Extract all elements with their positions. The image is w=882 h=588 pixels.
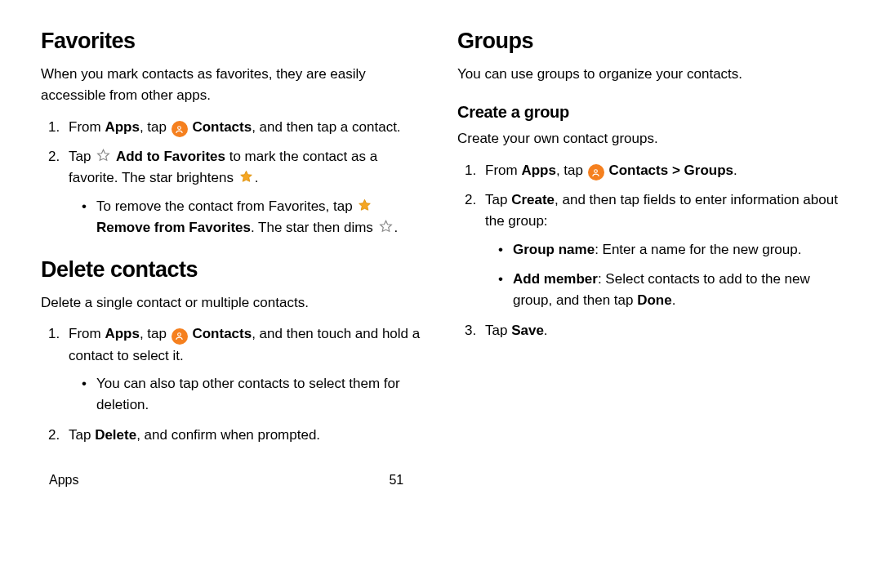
create-group-steps: From Apps, tap Contacts > Groups. Tap Cr… [457,160,841,341]
favorites-intro: When you mark contacts as favorites, the… [41,64,425,107]
favorites-substep: To remove the contact from Favorites, ta… [87,196,425,239]
left-column: Favorites When you mark contacts as favo… [41,24,425,454]
star-outline-icon [378,219,394,234]
star-filled-icon [238,169,254,185]
heading-favorites: Favorites [41,24,425,59]
favorites-steps: From Apps, tap Contacts, and then tap a … [41,117,425,239]
favorites-step-2: Tap Add to Favorites to mark the contact… [64,146,425,238]
svg-point-2 [595,169,598,172]
create-step-1: From Apps, tap Contacts > Groups. [480,160,841,181]
svg-point-0 [178,126,181,129]
contacts-icon [172,328,188,345]
delete-step-2: Tap Delete, and confirm when prompted. [64,425,425,446]
create-group-intro: Create your own contact groups. [457,128,841,149]
right-column: Groups You can use groups to organize yo… [457,24,841,454]
heading-delete: Delete contacts [41,253,425,287]
delete-substep: You can also tap other contacts to selec… [87,373,425,416]
svg-point-1 [178,333,181,336]
delete-steps: From Apps, tap Contacts, and then touch … [41,323,425,446]
heading-groups: Groups [457,24,841,59]
create-sub-groupname: Group name: Enter a name for the new gro… [503,239,841,261]
star-outline-icon [96,148,111,163]
favorites-step-1: From Apps, tap Contacts, and then tap a … [64,117,425,138]
subheading-create-group: Create a group [457,100,841,125]
star-filled-icon [357,198,372,213]
create-step-2: Tap Create, and then tap fields to enter… [480,189,841,312]
contacts-icon [588,164,604,180]
delete-step-1: From Apps, tap Contacts, and then touch … [64,323,425,416]
footer-page-number: 51 [389,470,403,491]
create-step-3: Tap Save. [480,320,841,341]
page-footer: Apps 51 [41,470,841,491]
delete-intro: Delete a single contact or multiple cont… [41,292,425,314]
footer-section: Apps [49,470,78,491]
contacts-icon [172,121,188,137]
groups-intro: You can use groups to organize your cont… [457,64,841,85]
create-sub-addmember: Add member: Select contacts to add to th… [503,269,841,312]
